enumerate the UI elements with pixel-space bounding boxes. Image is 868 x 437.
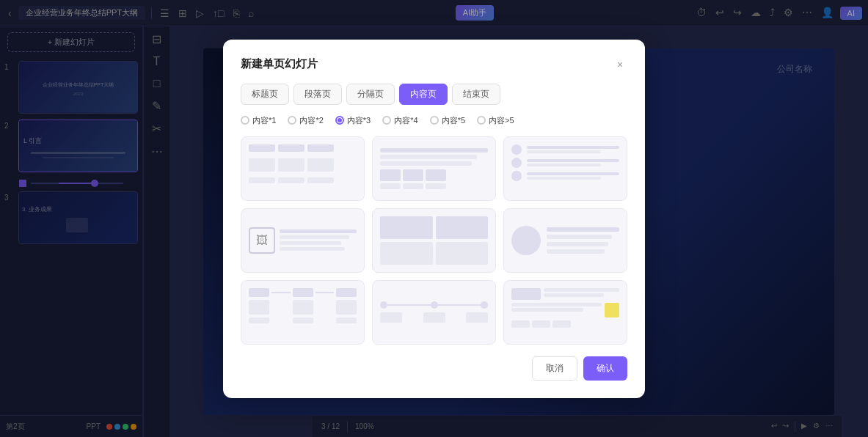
dialog-header: 新建单页幻灯片 × (241, 57, 627, 72)
layout-option-8[interactable] (372, 280, 496, 345)
confirm-button[interactable]: 确认 (583, 356, 627, 381)
tab-content[interactable]: 内容页 (399, 84, 448, 105)
radio-label-1: 内容*1 (252, 115, 276, 126)
layout-grid: 🖼 (241, 136, 627, 345)
radio-content-1[interactable]: 内容*1 (241, 115, 276, 126)
radio-dot-3 (338, 118, 342, 122)
radio-circle-1 (241, 116, 249, 125)
radio-circle-5 (430, 116, 439, 125)
tab-title[interactable]: 标题页 (241, 84, 289, 105)
radio-circle-2 (288, 116, 296, 125)
radio-label-more: 内容>5 (489, 115, 514, 126)
layout-option-9[interactable] (503, 280, 627, 345)
radio-label-4: 内容*4 (394, 115, 417, 126)
cancel-button[interactable]: 取消 (532, 356, 577, 381)
tab-end[interactable]: 结束页 (452, 84, 500, 105)
radio-content-5[interactable]: 内容*5 (430, 115, 465, 126)
dialog-overlay: 新建单页幻灯片 × 标题页 段落页 分隔页 内容页 结束页 内容*1 内容*2 (0, 0, 868, 437)
layout-option-4[interactable]: 🖼 (241, 208, 365, 273)
dialog-title: 新建单页幻灯片 (241, 57, 318, 71)
radio-label-3: 内容*3 (347, 115, 371, 126)
new-slide-dialog: 新建单页幻灯片 × 标题页 段落页 分隔页 内容页 结束页 内容*1 内容*2 (223, 40, 645, 398)
layout-option-1[interactable] (241, 136, 365, 201)
radio-circle-3 (335, 116, 344, 125)
tab-paragraph[interactable]: 段落页 (293, 84, 342, 105)
radio-content-more[interactable]: 内容>5 (477, 115, 514, 126)
layout-option-5[interactable] (372, 208, 496, 273)
radio-content-4[interactable]: 内容*4 (382, 115, 417, 126)
layout-option-6[interactable] (503, 208, 627, 273)
radio-label-2: 内容*2 (299, 115, 323, 126)
radio-content-3[interactable]: 内容*3 (335, 115, 371, 126)
radio-circle-4 (382, 116, 391, 125)
dialog-footer: 取消 确认 (241, 356, 627, 381)
radio-label-5: 内容*5 (442, 115, 465, 126)
dialog-radio-row: 内容*1 内容*2 内容*3 内容*4 内容*5 (241, 115, 627, 126)
layout-option-7[interactable] (241, 280, 365, 345)
dialog-close-button[interactable]: × (613, 57, 627, 72)
layout-option-3[interactable] (503, 136, 627, 201)
layout-option-2[interactable] (372, 136, 496, 201)
dialog-tabs: 标题页 段落页 分隔页 内容页 结束页 (241, 84, 627, 105)
tab-divider[interactable]: 分隔页 (346, 84, 395, 105)
radio-circle-more (477, 116, 486, 125)
radio-content-2[interactable]: 内容*2 (288, 115, 323, 126)
